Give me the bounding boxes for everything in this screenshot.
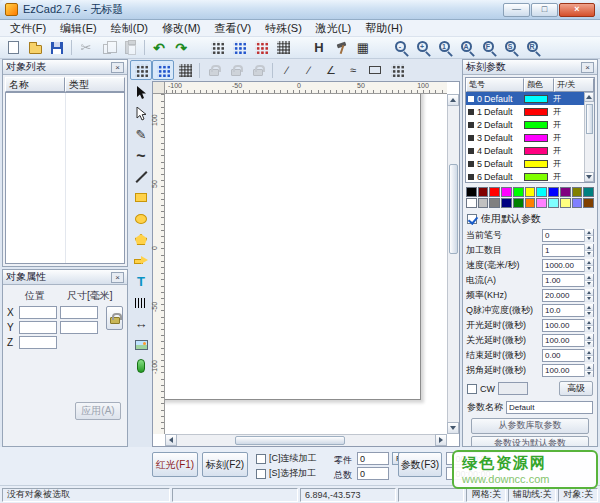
laser-dot-button-3[interactable] [250, 38, 272, 58]
q-pulse-width-input[interactable]: 10.0 [542, 304, 594, 317]
pen-row[interactable]: 0Default开 [466, 92, 584, 105]
palette-swatch[interactable] [466, 198, 477, 208]
frequency-input[interactable]: 20.000 [542, 289, 594, 302]
select-tool[interactable] [131, 83, 151, 102]
set-as-default-button[interactable]: 参数设为默认参数 [471, 436, 589, 447]
snap-grid-button[interactable] [130, 60, 152, 80]
undo-button[interactable]: ↶ [148, 38, 170, 58]
x-size-input[interactable] [60, 306, 98, 319]
menu-file[interactable]: 文件(F) [3, 20, 53, 37]
select-mark-option[interactable]: [S]选择加工 [256, 467, 316, 480]
menu-laser[interactable]: 激光(L) [309, 20, 358, 37]
scroll-up-button[interactable] [584, 92, 594, 102]
zoom-refresh-button[interactable]: R [520, 38, 542, 58]
laser-dot-button-4[interactable] [272, 38, 294, 58]
freehand-tool[interactable]: ✎ [131, 125, 151, 144]
minimize-button[interactable]: — [503, 3, 530, 17]
scroll-up-button[interactable] [447, 94, 459, 106]
column-pen-color[interactable]: 颜色 [524, 78, 554, 92]
menu-modify[interactable]: 修改(M) [155, 20, 208, 37]
spinner-icon[interactable] [584, 229, 593, 242]
current-pen-input[interactable]: 0 [542, 229, 594, 242]
save-button[interactable] [46, 38, 68, 58]
corner-delay-input[interactable]: 100.00 [542, 364, 594, 377]
palette-swatch[interactable] [583, 198, 594, 208]
palette-swatch[interactable] [501, 187, 512, 197]
line-tool[interactable] [131, 167, 151, 186]
bezier-curve-tool[interactable]: ~ [131, 146, 151, 165]
column-pen-state[interactable]: 开/关 [554, 78, 594, 92]
laser-off-delay-input[interactable]: 100.00 [542, 334, 594, 347]
open-button[interactable] [24, 38, 46, 58]
spinner-icon[interactable] [584, 274, 593, 287]
laser-dot-button-1[interactable] [206, 38, 228, 58]
extend-axis-tool[interactable] [131, 356, 151, 375]
horizontal-scrollbar[interactable] [165, 434, 447, 446]
text-tool[interactable]: T [131, 272, 151, 291]
array-button[interactable] [386, 60, 408, 80]
wave-distort-button[interactable]: ≈ [342, 60, 364, 80]
cw-checkbox[interactable] [467, 384, 477, 394]
continuous-mark-option[interactable]: [C]连续加工 [256, 452, 317, 465]
palette-swatch[interactable] [536, 198, 547, 208]
spinner-icon[interactable] [584, 259, 593, 272]
snap-guide-button[interactable] [152, 60, 174, 80]
status-guide-toggle[interactable]: 辅助线:关 [508, 488, 557, 502]
menu-draw[interactable]: 绘制(D) [104, 20, 155, 37]
x-position-input[interactable] [19, 306, 57, 319]
dimension-tool[interactable]: ↔ [131, 314, 151, 333]
lock-y-button[interactable] [225, 60, 247, 80]
menu-help[interactable]: 帮助(H) [358, 20, 409, 37]
palette-swatch[interactable] [572, 198, 583, 208]
apply-button[interactable]: 应用(A) [75, 402, 121, 420]
get-from-library-button[interactable]: 从参数库取参数 [471, 418, 589, 434]
palette-swatch[interactable] [478, 198, 489, 208]
redo-button[interactable]: ↷ [170, 38, 192, 58]
advanced-button[interactable]: 高级 [559, 381, 593, 396]
column-pen-number[interactable]: 笔号 [466, 78, 524, 92]
ellipse-tool[interactable] [131, 209, 151, 228]
new-button[interactable] [2, 38, 24, 58]
scroll-down-button[interactable] [584, 172, 594, 182]
continuous-checkbox[interactable] [256, 454, 266, 464]
menu-special[interactable]: 特殊(S) [258, 20, 309, 37]
node-edit-tool[interactable] [131, 104, 151, 123]
spinner-icon[interactable] [584, 289, 593, 302]
current-input[interactable]: 1.00 [542, 274, 594, 287]
zoom-1to1-button[interactable]: 1 [432, 38, 454, 58]
mark-button[interactable]: 标刻(F2) [202, 452, 248, 477]
status-object-toggle[interactable]: 对象:关 [558, 488, 598, 502]
snap-object-button[interactable] [174, 60, 196, 80]
z-position-input[interactable] [19, 336, 57, 349]
rotate-angle-button[interactable]: ∠ [320, 60, 342, 80]
total-count-input[interactable]: 0 [357, 467, 389, 480]
copy-button[interactable] [97, 38, 119, 58]
end-delay-input[interactable]: 0.00 [542, 349, 594, 362]
spinner-icon[interactable] [584, 334, 593, 347]
column-name[interactable]: 名称 [5, 77, 65, 92]
spinner-icon[interactable] [584, 319, 593, 332]
zoom-page-button[interactable]: F [476, 38, 498, 58]
bitmap-tool[interactable] [131, 335, 151, 354]
menu-edit[interactable]: 编辑(E) [53, 20, 104, 37]
scroll-down-button[interactable] [447, 422, 459, 434]
pen-row[interactable]: 4Default开 [466, 144, 584, 157]
palette-swatch[interactable] [489, 198, 500, 208]
pen-list-scrollbar[interactable] [584, 92, 594, 182]
spinner-icon[interactable] [584, 349, 593, 362]
spinner-icon[interactable] [584, 244, 593, 257]
marking-parameters-close-icon[interactable]: × [581, 62, 594, 73]
zoom-out-button[interactable]: - [388, 38, 410, 58]
barcode-tool[interactable] [131, 293, 151, 312]
param-name-input[interactable]: Default [506, 401, 593, 414]
cut-button[interactable]: ✂ [75, 38, 97, 58]
process-count-input[interactable]: 1 [542, 244, 594, 257]
palette-swatch[interactable] [489, 187, 500, 197]
red-light-button[interactable]: 红光(F1) [152, 452, 198, 477]
palette-swatch[interactable] [466, 187, 477, 197]
palette-swatch[interactable] [513, 187, 524, 197]
palette-swatch[interactable] [501, 198, 512, 208]
drawing-area[interactable] [165, 94, 447, 434]
palette-swatch[interactable] [583, 187, 594, 197]
lock-size-button[interactable] [247, 60, 269, 80]
